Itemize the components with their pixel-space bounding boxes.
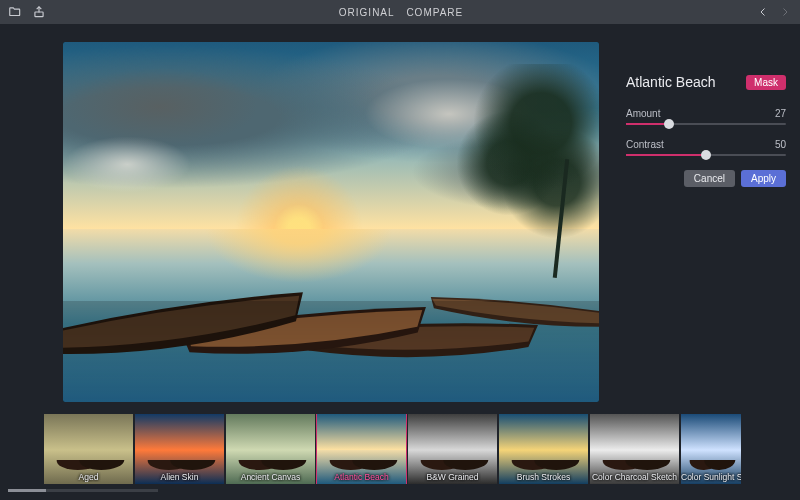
topbar: ORIGINAL COMPARE: [0, 0, 800, 24]
apply-button[interactable]: Apply: [741, 170, 786, 187]
tab-compare[interactable]: COMPARE: [406, 7, 463, 18]
slider-amount-thumb[interactable]: [664, 119, 674, 129]
filter-strip[interactable]: AgedAlien SkinAncient CanvasAtlantic Bea…: [44, 414, 792, 484]
slider-amount-track[interactable]: [626, 123, 786, 125]
filter-thumb-ColorCharcoalSketch[interactable]: Color Charcoal Sketch: [590, 414, 679, 484]
slider-amount-label: Amount: [626, 108, 660, 119]
view-mode-tabs: ORIGINAL COMPARE: [46, 7, 756, 18]
filter-thumb-BrushStrokes[interactable]: Brush Strokes: [499, 414, 588, 484]
slider-contrast-track[interactable]: [626, 154, 786, 156]
nav-back-icon[interactable]: [756, 5, 770, 19]
tab-original[interactable]: ORIGINAL: [339, 7, 395, 18]
filter-thumb-BWGrained[interactable]: B&W Grained: [408, 414, 497, 484]
slider-contrast-label: Contrast: [626, 139, 664, 150]
filter-thumb-AncientCanvas[interactable]: Ancient Canvas: [226, 414, 315, 484]
mask-button[interactable]: Mask: [746, 75, 786, 90]
nav-forward-icon: [778, 5, 792, 19]
slider-amount-value: 27: [775, 108, 786, 119]
slider-contrast-thumb[interactable]: [701, 150, 711, 160]
filter-thumb-ColorSunlightSpots[interactable]: Color Sunlight Spots: [681, 414, 741, 484]
cancel-button[interactable]: Cancel: [684, 170, 735, 187]
filter-thumb-AlienSkin[interactable]: Alien Skin: [135, 414, 224, 484]
filter-thumb-AtlanticBeach[interactable]: Atlantic Beach: [317, 414, 406, 484]
open-folder-icon[interactable]: [8, 5, 22, 19]
image-preview[interactable]: [63, 42, 599, 402]
filter-title: Atlantic Beach: [626, 74, 716, 90]
filter-strip-scrollbar[interactable]: [8, 489, 158, 492]
filter-thumb-Aged[interactable]: Aged: [44, 414, 133, 484]
slider-contrast: Contrast 50: [626, 139, 786, 156]
slider-amount: Amount 27: [626, 108, 786, 125]
slider-contrast-value: 50: [775, 139, 786, 150]
adjustments-panel: Atlantic Beach Mask Amount 27 Contrast 5…: [620, 24, 800, 412]
share-icon[interactable]: [32, 5, 46, 19]
svg-rect-0: [35, 12, 43, 17]
